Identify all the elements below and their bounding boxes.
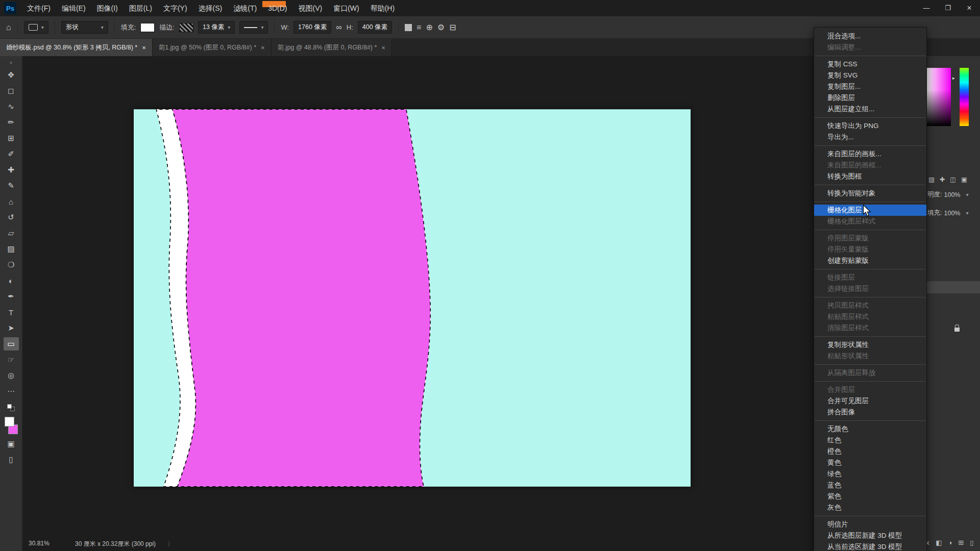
context-menu-item[interactable]: 复制图层... xyxy=(814,81,926,92)
path-arrange-icon[interactable]: ⊕ xyxy=(426,22,432,32)
context-menu-item[interactable]: 快速导出为 PNG xyxy=(814,120,926,132)
context-menu-item[interactable]: 红色 xyxy=(814,435,926,446)
tab-close-icon[interactable]: × xyxy=(261,44,265,52)
history-brush-tool[interactable]: ↺ xyxy=(4,211,19,224)
menubar-item[interactable]: 窗口(W) xyxy=(328,0,365,16)
move-tool[interactable]: ✥ xyxy=(4,68,19,82)
delete-layer-icon[interactable]: ▯ xyxy=(970,539,973,546)
fill-swatch[interactable] xyxy=(140,23,155,32)
crop-tool[interactable]: ⊞ xyxy=(4,132,19,145)
stroke-type-select[interactable]: ▾ xyxy=(239,21,268,34)
brush-tool[interactable]: ✎ xyxy=(4,179,19,192)
spot-healing-tool[interactable]: ✚ xyxy=(4,163,19,177)
path-operations-icon[interactable] xyxy=(405,24,412,31)
dodge-tool[interactable]: ◐ xyxy=(4,274,19,287)
context-menu-item[interactable]: 混合选项... xyxy=(814,31,926,42)
rectangle-tool[interactable]: ▭ xyxy=(4,337,19,350)
document-info[interactable]: 30 厘米 x 20.32厘米 (300 ppi) xyxy=(75,540,156,548)
rectangular-marquee-tool[interactable]: ◻ xyxy=(4,84,19,97)
path-align-icon[interactable]: ≡ xyxy=(416,23,421,32)
context-menu-item[interactable]: 从所选图层新建 3D 模型 xyxy=(814,530,926,541)
menubar-item[interactable]: 滤镜(T) xyxy=(228,0,262,16)
menubar-item[interactable]: 文字(Y) xyxy=(158,0,193,16)
stroke-swatch[interactable] xyxy=(179,23,193,32)
zoom-level-field[interactable]: 30.81% xyxy=(29,540,50,547)
close-button[interactable]: × xyxy=(959,0,980,16)
zoom-tool[interactable]: ◎ xyxy=(4,369,19,382)
context-menu-item[interactable]: 拼合图像 xyxy=(814,407,926,418)
context-menu-item[interactable]: 明信片 xyxy=(814,519,926,530)
lock-all-icon[interactable]: ▣ xyxy=(961,176,967,183)
menubar-item[interactable]: 图层(L) xyxy=(124,0,158,16)
color-swatches[interactable] xyxy=(4,416,19,435)
menubar-item[interactable]: 帮助(H) xyxy=(365,0,400,16)
context-menu-item[interactable]: 复制形状属性 xyxy=(814,339,926,350)
fill-value[interactable]: 100% xyxy=(944,210,960,217)
blur-tool[interactable]: ❍ xyxy=(4,258,19,271)
document-tab[interactable]: 前1.jpg @ 50% (图层 0, RGB/8#) *× xyxy=(153,39,272,56)
menubar-item[interactable]: 编辑(E) xyxy=(56,0,91,16)
type-tool[interactable]: T xyxy=(4,306,19,319)
stroke-width-select[interactable]: 13 像素 ▾ xyxy=(198,21,235,34)
shape-width-input[interactable]: 1760 像素 xyxy=(293,21,331,34)
context-menu-item[interactable]: 橙色 xyxy=(814,446,926,457)
context-menu-item[interactable]: 从图层建立组... xyxy=(814,104,926,115)
color-picker-gradient[interactable] xyxy=(927,68,951,126)
constrain-icon[interactable]: ⊟ xyxy=(449,22,456,32)
context-menu-item[interactable]: 蓝色 xyxy=(814,480,926,491)
context-menu-item[interactable]: 导出为... xyxy=(814,132,926,143)
path-selection-tool[interactable]: ➤ xyxy=(4,321,19,335)
hand-tool[interactable]: ☞ xyxy=(4,353,19,366)
menubar-item[interactable]: 选择(S) xyxy=(193,0,228,16)
lasso-tool[interactable]: ∿ xyxy=(4,100,19,113)
tab-close-icon[interactable]: × xyxy=(381,44,385,52)
lock-artboard-icon[interactable]: ◫ xyxy=(950,176,956,183)
context-menu-item[interactable]: 灰色 xyxy=(814,502,926,513)
context-menu-item[interactable]: 复制 SVG xyxy=(814,70,926,81)
gradient-tool[interactable]: ▨ xyxy=(4,242,19,256)
new-layer-icon[interactable]: ⊞ xyxy=(958,539,964,546)
opacity-value[interactable]: 100% xyxy=(944,191,960,198)
menubar-item[interactable]: 视图(V) xyxy=(292,0,328,16)
home-icon[interactable]: ⌂ xyxy=(6,23,11,32)
context-menu-item[interactable]: 黄色 xyxy=(814,457,926,468)
quick-mask-icon[interactable]: ▣ xyxy=(4,437,19,450)
document-tab[interactable]: 婚纱模板.psd @ 30.8% (矩形 3 拷贝, RGB/8) *× xyxy=(0,39,153,56)
lock-transparent-pixels-icon[interactable]: ▨ xyxy=(928,176,935,183)
context-menu-item[interactable]: 转换为智能对象 xyxy=(814,188,926,199)
eyedropper-tool[interactable]: ✐ xyxy=(4,147,19,161)
tab-close-icon[interactable]: × xyxy=(142,44,146,52)
context-menu-item[interactable]: 紫色 xyxy=(814,491,926,502)
context-menu-item[interactable]: 转换为图框 xyxy=(814,171,926,182)
layer-mask-icon[interactable]: ◧ xyxy=(936,539,942,546)
lock-position-icon[interactable]: ✚ xyxy=(940,176,945,183)
context-menu-item[interactable]: 无颜色 xyxy=(814,423,926,435)
eraser-tool[interactable]: ▱ xyxy=(4,227,19,240)
menubar-item[interactable]: 文件(F) xyxy=(21,0,56,16)
edit-toolbar-icon[interactable]: ⋯ xyxy=(4,385,19,398)
context-menu-item[interactable]: 创建剪贴蒙版 xyxy=(814,255,926,266)
context-menu-item[interactable]: 删除图层 xyxy=(814,92,926,104)
context-menu-item[interactable]: 绿色 xyxy=(814,468,926,480)
restore-button[interactable]: ❐ xyxy=(937,0,959,16)
document-tab[interactable]: 前.jpg @ 48.8% (图层 0, RGB/8#) *× xyxy=(272,39,392,56)
tool-mode-select[interactable]: 形状 ▾ xyxy=(61,21,108,34)
menubar-item[interactable]: 图像(I) xyxy=(91,0,124,16)
context-menu-item[interactable]: 复制 CSS xyxy=(814,59,926,70)
screen-mode-icon[interactable]: ▯ xyxy=(4,453,19,466)
document-canvas[interactable] xyxy=(134,109,691,487)
opacity-row[interactable]: 明度: 100% ▾ xyxy=(927,190,969,199)
hue-slider[interactable] xyxy=(960,68,969,126)
status-chevron-icon[interactable]: 〉 xyxy=(167,540,174,548)
default-colors-icon[interactable] xyxy=(4,400,19,414)
gear-icon[interactable]: ⚙ xyxy=(437,22,445,32)
adjustment-layer-icon[interactable]: ◑ xyxy=(948,539,952,546)
context-menu-item[interactable]: 从当前选区新建 3D 模型 xyxy=(814,541,926,551)
context-menu-item[interactable]: 来自图层的画板... xyxy=(814,148,926,160)
toolbar-grip[interactable]: » xyxy=(10,59,13,66)
shape-height-input[interactable]: 400 像素 xyxy=(358,21,392,34)
link-dimensions-icon[interactable]: ∞ xyxy=(336,23,341,32)
minimize-button[interactable]: — xyxy=(916,0,937,16)
foreground-color-swatch[interactable] xyxy=(5,417,14,427)
menubar-item[interactable]: 3D(D) xyxy=(262,0,292,16)
